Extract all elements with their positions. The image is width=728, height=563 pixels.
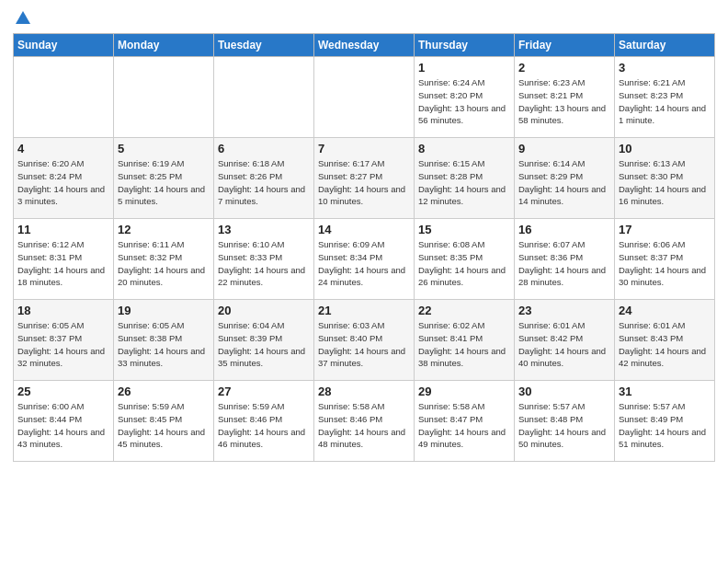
day-number: 12	[118, 223, 210, 236]
cell-info: Sunrise: 6:18 AM Sunset: 8:26 PM Dayligh…	[218, 157, 310, 208]
day-number: 20	[218, 304, 310, 317]
logo-triangle-icon	[15, 9, 31, 26]
logo	[13, 9, 31, 26]
day-number: 6	[218, 142, 310, 155]
logo-block	[13, 9, 31, 26]
day-cell: 4Sunrise: 6:20 AM Sunset: 8:24 PM Daylig…	[14, 138, 114, 219]
day-cell: 30Sunrise: 5:57 AM Sunset: 8:48 PM Dayli…	[515, 381, 615, 462]
day-cell: 11Sunrise: 6:12 AM Sunset: 8:31 PM Dayli…	[14, 219, 114, 300]
day-cell	[14, 57, 114, 138]
day-cell	[314, 57, 415, 138]
day-cell: 25Sunrise: 6:00 AM Sunset: 8:44 PM Dayli…	[14, 381, 114, 462]
cell-info: Sunrise: 5:59 AM Sunset: 8:45 PM Dayligh…	[118, 400, 210, 451]
cell-info: Sunrise: 5:57 AM Sunset: 8:49 PM Dayligh…	[619, 400, 711, 451]
col-header-sunday: Sunday	[14, 34, 114, 57]
cell-info: Sunrise: 6:19 AM Sunset: 8:25 PM Dayligh…	[118, 157, 210, 208]
cell-info: Sunrise: 6:05 AM Sunset: 8:38 PM Dayligh…	[118, 319, 210, 370]
cell-info: Sunrise: 6:20 AM Sunset: 8:24 PM Dayligh…	[17, 157, 109, 208]
day-number: 3	[619, 61, 711, 75]
day-number: 14	[318, 223, 410, 236]
cell-info: Sunrise: 6:10 AM Sunset: 8:33 PM Dayligh…	[218, 238, 310, 289]
day-number: 10	[619, 142, 711, 155]
cell-info: Sunrise: 6:09 AM Sunset: 8:34 PM Dayligh…	[318, 238, 410, 289]
day-number: 4	[17, 142, 109, 155]
calendar-table: SundayMondayTuesdayWednesdayThursdayFrid…	[13, 33, 715, 462]
cell-info: Sunrise: 6:23 AM Sunset: 8:21 PM Dayligh…	[518, 76, 610, 127]
day-cell: 15Sunrise: 6:08 AM Sunset: 8:35 PM Dayli…	[415, 219, 515, 300]
day-number: 17	[619, 223, 711, 236]
day-cell: 19Sunrise: 6:05 AM Sunset: 8:38 PM Dayli…	[114, 300, 214, 381]
cell-info: Sunrise: 6:11 AM Sunset: 8:32 PM Dayligh…	[118, 238, 210, 289]
cell-info: Sunrise: 5:57 AM Sunset: 8:48 PM Dayligh…	[518, 400, 610, 451]
day-cell: 6Sunrise: 6:18 AM Sunset: 8:26 PM Daylig…	[214, 138, 314, 219]
day-cell: 13Sunrise: 6:10 AM Sunset: 8:33 PM Dayli…	[214, 219, 314, 300]
day-cell: 20Sunrise: 6:04 AM Sunset: 8:39 PM Dayli…	[214, 300, 314, 381]
cell-info: Sunrise: 6:05 AM Sunset: 8:37 PM Dayligh…	[17, 319, 109, 370]
day-number: 16	[518, 223, 610, 236]
day-cell: 9Sunrise: 6:14 AM Sunset: 8:29 PM Daylig…	[515, 138, 615, 219]
day-number: 2	[518, 61, 610, 75]
day-cell: 21Sunrise: 6:03 AM Sunset: 8:40 PM Dayli…	[314, 300, 415, 381]
day-cell: 24Sunrise: 6:01 AM Sunset: 8:43 PM Dayli…	[615, 300, 715, 381]
day-cell: 22Sunrise: 6:02 AM Sunset: 8:41 PM Dayli…	[415, 300, 515, 381]
day-number: 18	[17, 304, 109, 317]
cell-info: Sunrise: 6:01 AM Sunset: 8:42 PM Dayligh…	[518, 319, 610, 370]
col-header-thursday: Thursday	[415, 34, 515, 57]
cell-info: Sunrise: 6:15 AM Sunset: 8:28 PM Dayligh…	[418, 157, 510, 208]
day-cell: 18Sunrise: 6:05 AM Sunset: 8:37 PM Dayli…	[14, 300, 114, 381]
cell-info: Sunrise: 6:01 AM Sunset: 8:43 PM Dayligh…	[619, 319, 711, 370]
week-row-2: 4Sunrise: 6:20 AM Sunset: 8:24 PM Daylig…	[14, 138, 715, 219]
day-cell: 7Sunrise: 6:17 AM Sunset: 8:27 PM Daylig…	[314, 138, 415, 219]
day-cell: 10Sunrise: 6:13 AM Sunset: 8:30 PM Dayli…	[615, 138, 715, 219]
day-number: 21	[318, 304, 410, 317]
day-number: 11	[17, 223, 109, 236]
day-number: 28	[318, 385, 410, 398]
day-number: 23	[518, 304, 610, 317]
day-cell: 14Sunrise: 6:09 AM Sunset: 8:34 PM Dayli…	[314, 219, 415, 300]
day-number: 24	[619, 304, 711, 317]
day-number: 27	[218, 385, 310, 398]
day-cell: 16Sunrise: 6:07 AM Sunset: 8:36 PM Dayli…	[515, 219, 615, 300]
cell-info: Sunrise: 6:24 AM Sunset: 8:20 PM Dayligh…	[418, 76, 510, 127]
day-number: 15	[418, 223, 510, 236]
day-number: 9	[518, 142, 610, 155]
week-row-4: 18Sunrise: 6:05 AM Sunset: 8:37 PM Dayli…	[14, 300, 715, 381]
day-cell	[114, 57, 214, 138]
day-cell: 31Sunrise: 5:57 AM Sunset: 8:49 PM Dayli…	[615, 381, 715, 462]
day-number: 25	[17, 385, 109, 398]
cell-info: Sunrise: 6:21 AM Sunset: 8:23 PM Dayligh…	[619, 76, 711, 127]
day-number: 13	[218, 223, 310, 236]
col-header-friday: Friday	[515, 34, 615, 57]
day-cell: 5Sunrise: 6:19 AM Sunset: 8:25 PM Daylig…	[114, 138, 214, 219]
day-cell: 27Sunrise: 5:59 AM Sunset: 8:46 PM Dayli…	[214, 381, 314, 462]
cell-info: Sunrise: 6:12 AM Sunset: 8:31 PM Dayligh…	[17, 238, 109, 289]
week-row-3: 11Sunrise: 6:12 AM Sunset: 8:31 PM Dayli…	[14, 219, 715, 300]
cell-info: Sunrise: 5:58 AM Sunset: 8:46 PM Dayligh…	[318, 400, 410, 451]
cell-info: Sunrise: 5:58 AM Sunset: 8:47 PM Dayligh…	[418, 400, 510, 451]
day-number: 1	[418, 61, 510, 75]
col-header-monday: Monday	[114, 34, 214, 57]
header	[13, 9, 715, 26]
day-cell: 28Sunrise: 5:58 AM Sunset: 8:46 PM Dayli…	[314, 381, 415, 462]
day-cell: 1Sunrise: 6:24 AM Sunset: 8:20 PM Daylig…	[415, 57, 515, 138]
cell-info: Sunrise: 6:04 AM Sunset: 8:39 PM Dayligh…	[218, 319, 310, 370]
day-cell: 29Sunrise: 5:58 AM Sunset: 8:47 PM Dayli…	[415, 381, 515, 462]
day-cell: 3Sunrise: 6:21 AM Sunset: 8:23 PM Daylig…	[615, 57, 715, 138]
day-number: 31	[619, 385, 711, 398]
page: SundayMondayTuesdayWednesdayThursdayFrid…	[0, 0, 728, 475]
day-cell: 8Sunrise: 6:15 AM Sunset: 8:28 PM Daylig…	[415, 138, 515, 219]
day-cell: 2Sunrise: 6:23 AM Sunset: 8:21 PM Daylig…	[515, 57, 615, 138]
cell-info: Sunrise: 6:14 AM Sunset: 8:29 PM Dayligh…	[518, 157, 610, 208]
day-number: 5	[118, 142, 210, 155]
cell-info: Sunrise: 6:02 AM Sunset: 8:41 PM Dayligh…	[418, 319, 510, 370]
day-cell: 12Sunrise: 6:11 AM Sunset: 8:32 PM Dayli…	[114, 219, 214, 300]
day-number: 19	[118, 304, 210, 317]
cell-info: Sunrise: 6:08 AM Sunset: 8:35 PM Dayligh…	[418, 238, 510, 289]
day-cell: 17Sunrise: 6:06 AM Sunset: 8:37 PM Dayli…	[615, 219, 715, 300]
day-number: 30	[518, 385, 610, 398]
header-row: SundayMondayTuesdayWednesdayThursdayFrid…	[14, 34, 715, 57]
cell-info: Sunrise: 6:00 AM Sunset: 8:44 PM Dayligh…	[17, 400, 109, 451]
cell-info: Sunrise: 6:13 AM Sunset: 8:30 PM Dayligh…	[619, 157, 711, 208]
cell-info: Sunrise: 6:06 AM Sunset: 8:37 PM Dayligh…	[619, 238, 711, 289]
cell-info: Sunrise: 6:03 AM Sunset: 8:40 PM Dayligh…	[318, 319, 410, 370]
